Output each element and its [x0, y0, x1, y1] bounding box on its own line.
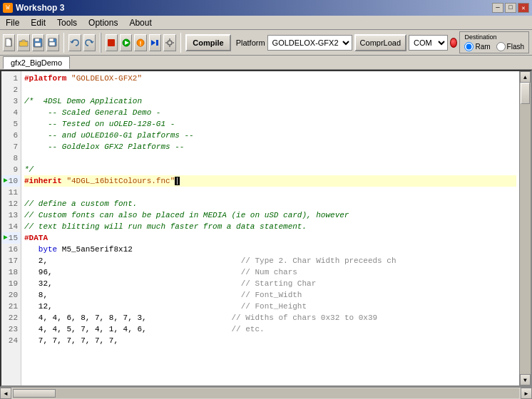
- code-line-17: 2, // Type 2. Char Width preceeds ch: [24, 255, 516, 266]
- line-num-10: ►10: [1, 175, 21, 187]
- svg-rect-5: [35, 43, 41, 46]
- settings-button[interactable]: [163, 34, 175, 51]
- code-line-6: -- and uOLED160-G1 platforms --: [24, 130, 516, 141]
- breakpoint-arrow-10: ►: [4, 175, 8, 187]
- run-button[interactable]: [120, 34, 132, 51]
- scroll-track-v[interactable]: [520, 83, 531, 374]
- status-indicator: [450, 38, 457, 48]
- svg-rect-7: [49, 38, 53, 41]
- code-line-21: 12, // Font_Height: [24, 301, 516, 312]
- line-num-13: 13: [1, 209, 21, 221]
- platform-select[interactable]: GOLDELOX-GFX2 PICASO DIABLO16: [267, 35, 352, 51]
- line-num-11: 11: [1, 187, 21, 198]
- save-button[interactable]: [32, 34, 44, 51]
- line-num-23: 23: [1, 323, 21, 335]
- menu-tools[interactable]: Tools: [54, 17, 80, 28]
- code-line-11: [24, 187, 516, 198]
- scroll-thumb-v[interactable]: [521, 83, 530, 104]
- editor-container: 1 2 3 4 5 6 7 8 9 ►10 11 12 13 14 ►15 16…: [0, 70, 532, 387]
- title-text: Workshop 3: [16, 3, 64, 13]
- scroll-down-button[interactable]: ▼: [520, 374, 531, 385]
- code-line-1: #platform "GOLDELOX-GFX2": [24, 73, 516, 84]
- line-num-1: 1: [1, 73, 21, 84]
- tab-gfx2-bigdemo[interactable]: gfx2_BigDemo: [3, 56, 70, 69]
- line-num-3: 3: [1, 95, 21, 107]
- code-line-20: 8, // Font_Width: [24, 289, 516, 301]
- undo-button[interactable]: [68, 34, 81, 51]
- ram-radio-label[interactable]: Ram: [464, 42, 490, 51]
- code-line-7: -- Goldelox GFX2 Platforms --: [24, 141, 516, 152]
- code-line-22: 4, 4, 6, 8, 7, 8, 7, 3, // Widths of cha…: [24, 312, 516, 323]
- svg-rect-9: [108, 39, 115, 46]
- svg-text:!: !: [138, 41, 142, 48]
- ram-radio[interactable]: [464, 42, 474, 51]
- code-line-4: -- Scaled General Demo -: [24, 107, 516, 118]
- destination-radios[interactable]: Ram Flash: [464, 42, 524, 51]
- line-num-7: 7: [1, 141, 21, 152]
- scroll-left-button[interactable]: ◄: [0, 388, 11, 399]
- line-num-24: 24: [1, 335, 21, 346]
- code-line-14: // text blitting will run much faster fr…: [24, 221, 516, 232]
- svg-point-16: [168, 41, 172, 45]
- line-num-9: 9: [1, 164, 21, 175]
- com-select[interactable]: COM 3 COM 1 COM 2 COM 4: [409, 35, 448, 51]
- line-num-8: 8: [1, 152, 21, 164]
- close-button[interactable]: ✕: [518, 3, 529, 13]
- line-num-20: 20: [1, 289, 21, 301]
- scroll-right-button[interactable]: ►: [521, 388, 532, 399]
- line-num-21: 21: [1, 301, 21, 312]
- code-line-9: */: [24, 164, 516, 175]
- menu-file[interactable]: File: [3, 17, 22, 28]
- scroll-up-button[interactable]: ▲: [520, 71, 531, 83]
- ram-label: Ram: [475, 43, 490, 51]
- code-editor[interactable]: #platform "GOLDELOX-GFX2" /* 4DSL Demo A…: [21, 71, 519, 385]
- open-button[interactable]: [17, 34, 29, 51]
- destination-label: Destination: [464, 33, 524, 41]
- code-line-24: 7, 7, 7, 7, 7, 7,: [24, 335, 516, 346]
- debug-button[interactable]: !: [134, 34, 146, 51]
- svg-rect-15: [156, 40, 158, 46]
- code-line-16: byte M5_5an5erif8x12: [24, 244, 516, 255]
- saveall-button[interactable]: [46, 34, 58, 51]
- line-num-14: 14: [1, 221, 21, 232]
- code-line-23: 4, 4, 5, 7, 4, 1, 4, 6, // etc.: [24, 323, 516, 335]
- flash-radio[interactable]: [496, 42, 506, 51]
- svg-rect-4: [35, 38, 39, 41]
- code-line-12: // define a custom font.: [24, 198, 516, 209]
- menu-about[interactable]: About: [126, 17, 154, 28]
- step-button[interactable]: [149, 34, 161, 51]
- menu-edit[interactable]: Edit: [28, 17, 48, 28]
- stop-button[interactable]: [106, 34, 118, 51]
- svg-rect-8: [49, 42, 55, 46]
- code-line-2: [24, 84, 516, 95]
- minimize-button[interactable]: ─: [492, 3, 503, 13]
- line-num-2: 2: [1, 84, 21, 95]
- scroll-thumb-h[interactable]: [13, 389, 56, 398]
- line-num-19: 19: [1, 278, 21, 289]
- menu-options[interactable]: Options: [86, 17, 121, 28]
- separator-1: [63, 33, 65, 53]
- line-num-5: 5: [1, 118, 21, 130]
- line-num-12: 12: [1, 198, 21, 209]
- code-line-10: #inherit "4DGL_16bitColours.fnc"|: [24, 175, 516, 187]
- vertical-scrollbar[interactable]: ▲ ▼: [519, 71, 531, 385]
- code-line-13: // Custom fonts can also be placed in ME…: [24, 209, 516, 221]
- new-button[interactable]: [3, 34, 15, 51]
- line-num-4: 4: [1, 107, 21, 118]
- title-controls[interactable]: ─ □ ✕: [492, 3, 529, 13]
- compile-button[interactable]: Compile: [185, 34, 230, 51]
- redo-button[interactable]: [83, 34, 96, 51]
- line-num-16: 16: [1, 244, 21, 255]
- scroll-track-h[interactable]: [13, 388, 519, 398]
- comprload-button[interactable]: ComprLoad: [354, 34, 406, 51]
- separator-3: [180, 33, 182, 53]
- maximize-button[interactable]: □: [505, 3, 516, 13]
- code-line-3: /* 4DSL Demo Application: [24, 95, 516, 107]
- tab-bar: gfx2_BigDemo: [0, 56, 532, 70]
- line-num-18: 18: [1, 266, 21, 278]
- line-num-17: 17: [1, 255, 21, 266]
- title-bar: W Workshop 3 ─ □ ✕: [0, 0, 532, 16]
- flash-radio-label[interactable]: Flash: [496, 42, 524, 51]
- code-line-5: -- Tested on uOLED-128-G1 -: [24, 118, 516, 130]
- separator-2: [100, 33, 101, 53]
